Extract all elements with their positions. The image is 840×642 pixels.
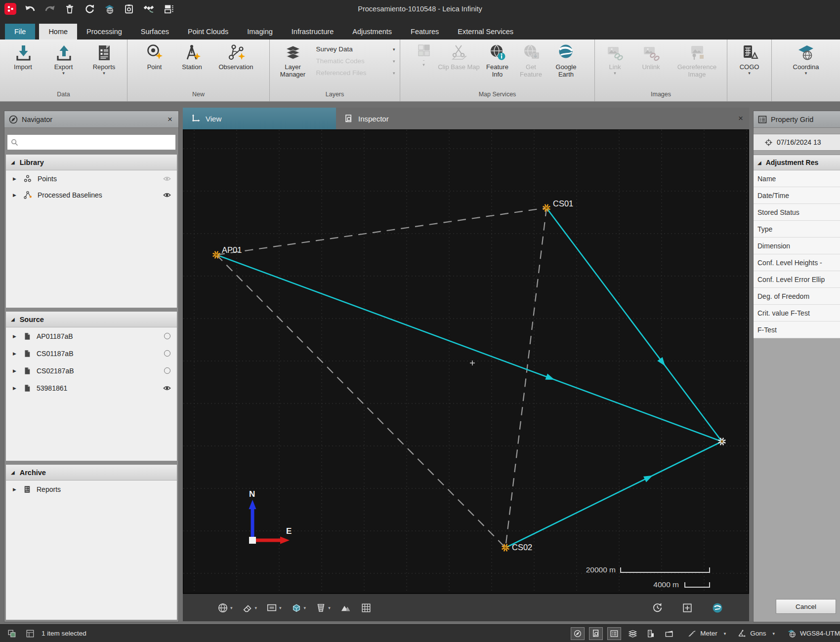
cogo-button[interactable]: COGO ▾ xyxy=(730,41,769,76)
expand-icon[interactable]: ▶ xyxy=(13,351,18,356)
tab-infrastructure[interactable]: Infrastructure xyxy=(282,24,343,40)
selection-info-icon[interactable] xyxy=(23,627,37,640)
tree-item-points[interactable]: ▶ Points xyxy=(6,170,177,187)
tab-file[interactable]: File xyxy=(5,24,35,40)
tree-item-reports[interactable]: ▶ Reports xyxy=(6,481,177,498)
infrastructure-toggle-button[interactable] xyxy=(644,627,658,640)
view-3d-button[interactable]: ▾ xyxy=(288,601,309,615)
property-grid-date-row[interactable]: 07/16/2024 13 xyxy=(754,134,840,151)
property-row-name[interactable]: Name xyxy=(754,170,840,187)
tab-external-services[interactable]: External Services xyxy=(448,24,523,40)
property-row-conf-level-error-ellipse[interactable]: Conf. Level Error Ellip xyxy=(754,271,840,288)
distance-unit-selector[interactable]: Meter ▾ xyxy=(687,629,726,638)
link-image-button[interactable]: Link ▾ xyxy=(598,41,632,76)
referenced-files-dropdown[interactable]: Referenced Files▾ xyxy=(314,69,397,77)
unlink-image-button[interactable]: Unlink xyxy=(633,41,669,71)
coordinate-button[interactable]: Coordina ▾ xyxy=(776,41,836,76)
visibility-circle-icon[interactable] xyxy=(164,333,170,339)
visibility-eye-icon[interactable] xyxy=(163,174,171,183)
georeference-image-button[interactable]: Georeference Image xyxy=(670,41,724,78)
visibility-circle-icon[interactable] xyxy=(164,367,170,374)
viewport-button[interactable]: ▾ xyxy=(263,601,285,615)
import-button[interactable]: Import xyxy=(3,41,43,71)
tab-adjustments[interactable]: Adjustments xyxy=(343,24,401,40)
tree-item-source-2[interactable]: ▶ CS02187aB xyxy=(6,362,177,379)
publish-button[interactable] xyxy=(103,2,116,15)
new-observation-button[interactable]: Observation xyxy=(211,41,261,71)
tab-features[interactable]: Features xyxy=(401,24,448,40)
layers-toggle-button[interactable] xyxy=(626,627,639,640)
google-earth-button[interactable]: Google Earth xyxy=(548,41,584,78)
visibility-eye-icon[interactable] xyxy=(163,384,171,393)
tree-item-source-1[interactable]: ▶ CS01187aB xyxy=(6,345,177,362)
tree-item-source-0[interactable]: ▶ AP01187aB xyxy=(6,327,177,345)
grid-toggle-button[interactable] xyxy=(358,601,375,615)
cancel-button[interactable]: Cancel xyxy=(776,599,836,614)
navigator-toggle-button[interactable] xyxy=(571,627,585,640)
property-grid-toggle-button[interactable] xyxy=(607,627,621,640)
archive-section-header[interactable]: ◢ Archive xyxy=(6,465,177,481)
property-row-conf-level-heights[interactable]: Conf. Level Heights - xyxy=(754,254,840,271)
tab-home[interactable]: Home xyxy=(39,24,77,40)
inspector-close-icon[interactable]: × xyxy=(738,114,749,123)
delete-button[interactable] xyxy=(63,2,76,15)
tab-point-clouds[interactable]: Point Clouds xyxy=(178,24,238,40)
expand-icon[interactable]: ▶ xyxy=(13,368,18,373)
adjustment-results-section-header[interactable]: ◢ Adjustment Res xyxy=(754,155,840,170)
property-row-deg-of-freedom[interactable]: Deg. of Freedom xyxy=(754,288,840,305)
tab-surfaces[interactable]: Surfaces xyxy=(131,24,178,40)
tree-item-source-3[interactable]: ▶ 53981861 xyxy=(6,379,177,397)
reports-button[interactable]: Reports ▾ xyxy=(84,41,124,76)
gnss-button[interactable] xyxy=(142,2,155,15)
zoom-extents-button[interactable] xyxy=(679,601,696,615)
property-row-crit-value-f-test[interactable]: Crit. value F-Test xyxy=(754,305,840,321)
tab-view[interactable]: View xyxy=(183,108,336,129)
clipboard-button[interactable] xyxy=(123,2,135,15)
tree-item-processed-baselines[interactable]: ▶ Processed Baselines xyxy=(6,187,177,203)
navigator-search[interactable] xyxy=(7,134,176,150)
export-button[interactable]: Export ▾ xyxy=(44,41,84,76)
selection-mode-icon[interactable] xyxy=(5,627,19,640)
filter-button[interactable]: ▾ xyxy=(312,601,334,615)
navigator-close-icon[interactable]: × xyxy=(166,115,174,124)
layout-button[interactable] xyxy=(162,2,175,15)
property-row-dimension[interactable]: Dimension xyxy=(754,238,840,254)
crs-selector[interactable]: WGS84-UTM xyxy=(787,629,840,639)
expand-icon[interactable]: ▶ xyxy=(13,386,18,391)
refresh-button[interactable] xyxy=(83,2,96,15)
baselines-expand-icon[interactable]: ▶ xyxy=(13,193,18,198)
source-section-header[interactable]: ◢ Source xyxy=(6,312,177,327)
library-section-header[interactable]: ◢ Library xyxy=(6,155,177,170)
reports-expand-icon[interactable]: ▶ xyxy=(13,487,18,492)
property-row-f-test[interactable]: F-Test xyxy=(754,321,840,338)
layer-manager-button[interactable]: Layer Manager xyxy=(273,41,313,78)
property-row-type[interactable]: Type xyxy=(754,221,840,238)
new-station-button[interactable]: Station xyxy=(174,41,210,71)
zoom-history-button[interactable] xyxy=(649,600,666,615)
tab-processing[interactable]: Processing xyxy=(77,24,131,40)
eraser-button[interactable]: ▾ xyxy=(239,601,260,615)
undo-button[interactable] xyxy=(24,2,37,15)
inspector-toggle-button[interactable] xyxy=(589,627,603,640)
media-toggle-button[interactable] xyxy=(662,627,676,640)
tab-imaging[interactable]: Imaging xyxy=(238,24,282,40)
navigator-search-input[interactable] xyxy=(21,139,172,146)
tab-inspector[interactable]: Inspector xyxy=(336,108,397,129)
map-canvas[interactable]: AP01CS01CS02NE20000 m4000 m xyxy=(183,129,749,594)
angle-unit-selector[interactable]: Gons ▾ xyxy=(737,629,775,638)
thematic-codes-dropdown[interactable]: Thematic Codes▾ xyxy=(314,57,397,65)
feature-info-button[interactable]: Feature Info xyxy=(481,41,514,78)
base-map-split-button[interactable]: - ▾ xyxy=(411,41,437,67)
expand-icon[interactable]: ▶ xyxy=(13,334,18,339)
points-expand-icon[interactable]: ▶ xyxy=(13,176,18,181)
redo-button[interactable] xyxy=(43,2,56,15)
visibility-eye-icon[interactable] xyxy=(163,191,171,200)
terrain-button[interactable] xyxy=(337,600,354,615)
property-row-stored-status[interactable]: Stored Status xyxy=(754,204,840,221)
visibility-circle-icon[interactable] xyxy=(164,350,170,357)
capture-button[interactable] xyxy=(709,600,726,616)
clip-base-map-button[interactable]: Clip Base Map xyxy=(438,41,480,71)
basemap-globe-button[interactable]: ▾ xyxy=(214,601,236,615)
property-row-datetime[interactable]: Date/Time xyxy=(754,187,840,204)
new-point-button[interactable]: Point xyxy=(136,41,173,71)
